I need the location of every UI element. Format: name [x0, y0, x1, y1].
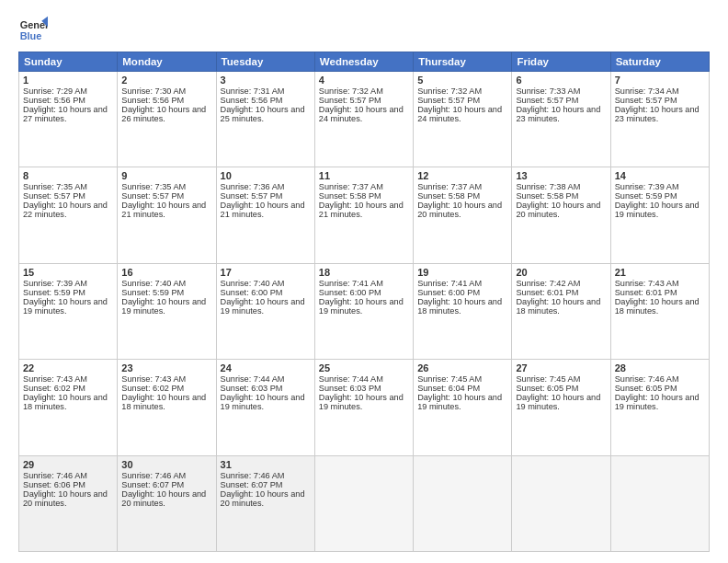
day-number: 30: [121, 459, 211, 470]
week-row-4: 22Sunrise: 7:43 AMSunset: 6:02 PMDayligh…: [19, 360, 710, 455]
calendar-cell: 7Sunrise: 7:34 AMSunset: 5:57 PMDaylight…: [610, 72, 709, 167]
daylight-text: Daylight: 10 hours and 22 minutes.: [23, 201, 108, 219]
daylight-text: Daylight: 10 hours and 19 minutes.: [319, 393, 404, 411]
calendar-cell: 14Sunrise: 7:39 AMSunset: 5:59 PMDayligh…: [610, 167, 709, 263]
calendar-cell: 13Sunrise: 7:38 AMSunset: 5:58 PMDayligh…: [512, 167, 610, 263]
daylight-text: Daylight: 10 hours and 26 minutes.: [121, 105, 206, 123]
page: General Blue SundayMondayTuesdayWednesda…: [0, 0, 728, 563]
calendar-cell: 19Sunrise: 7:41 AMSunset: 6:00 PMDayligh…: [414, 263, 512, 359]
calendar-cell: 26Sunrise: 7:45 AMSunset: 6:04 PMDayligh…: [414, 360, 512, 455]
dow-header-sunday: Sunday: [19, 52, 118, 72]
day-number: 22: [23, 362, 113, 373]
sunrise-text: Sunrise: 7:45 AM: [417, 374, 482, 384]
calendar-cell: [314, 455, 413, 551]
sunset-text: Sunset: 6:00 PM: [221, 288, 283, 297]
day-number: 1: [23, 75, 113, 86]
dow-header-wednesday: Wednesday: [314, 52, 413, 72]
daylight-text: Daylight: 10 hours and 18 minutes.: [516, 297, 600, 316]
calendar-cell: 1Sunrise: 7:29 AMSunset: 5:56 PMDaylight…: [19, 72, 118, 167]
sunset-text: Sunset: 6:02 PM: [121, 384, 184, 393]
calendar-cell: [610, 455, 709, 551]
daylight-text: Daylight: 10 hours and 19 minutes.: [221, 297, 305, 316]
day-number: 11: [319, 170, 409, 181]
day-number: 2: [121, 75, 211, 86]
sunset-text: Sunset: 5:59 PM: [23, 288, 85, 297]
sunrise-text: Sunrise: 7:37 AM: [319, 182, 383, 191]
sunset-text: Sunset: 6:06 PM: [23, 480, 85, 489]
sunset-text: Sunset: 6:02 PM: [23, 384, 85, 393]
week-row-1: 1Sunrise: 7:29 AMSunset: 5:56 PMDaylight…: [19, 72, 710, 167]
sunset-text: Sunset: 5:56 PM: [121, 96, 184, 105]
sunset-text: Sunset: 5:57 PM: [417, 96, 480, 105]
dow-header-tuesday: Tuesday: [216, 52, 314, 72]
sunset-text: Sunset: 5:56 PM: [221, 96, 283, 105]
sunset-text: Sunset: 5:57 PM: [23, 191, 85, 201]
daylight-text: Daylight: 10 hours and 20 minutes.: [23, 489, 108, 508]
calendar-cell: 11Sunrise: 7:37 AMSunset: 5:58 PMDayligh…: [314, 167, 413, 263]
calendar-cell: 31Sunrise: 7:46 AMSunset: 6:07 PMDayligh…: [216, 455, 314, 551]
sunrise-text: Sunrise: 7:40 AM: [221, 279, 285, 288]
sunrise-text: Sunrise: 7:36 AM: [221, 182, 285, 191]
sunrise-text: Sunrise: 7:44 AM: [319, 374, 383, 384]
daylight-text: Daylight: 10 hours and 19 minutes.: [121, 297, 206, 316]
daylight-text: Daylight: 10 hours and 20 minutes.: [221, 489, 305, 508]
sunrise-text: Sunrise: 7:38 AM: [516, 182, 580, 191]
calendar-cell: 16Sunrise: 7:40 AMSunset: 5:59 PMDayligh…: [118, 263, 216, 359]
day-number: 6: [516, 75, 606, 86]
sunset-text: Sunset: 6:07 PM: [221, 480, 283, 489]
calendar-cell: 18Sunrise: 7:41 AMSunset: 6:00 PMDayligh…: [314, 263, 413, 359]
sunrise-text: Sunrise: 7:46 AM: [23, 471, 87, 480]
sunset-text: Sunset: 6:03 PM: [221, 384, 283, 393]
dow-header-monday: Monday: [118, 52, 216, 72]
sunset-text: Sunset: 5:57 PM: [516, 96, 578, 105]
sunset-text: Sunset: 6:05 PM: [516, 384, 578, 393]
sunset-text: Sunset: 5:59 PM: [615, 191, 677, 201]
sunset-text: Sunset: 6:00 PM: [417, 288, 480, 297]
day-number: 8: [23, 170, 113, 181]
sunset-text: Sunset: 5:57 PM: [319, 96, 381, 105]
day-number: 15: [23, 267, 113, 278]
sunset-text: Sunset: 6:05 PM: [615, 384, 677, 393]
svg-text:Blue: Blue: [20, 30, 42, 41]
calendar-cell: [414, 455, 512, 551]
sunset-text: Sunset: 6:03 PM: [319, 384, 381, 393]
sunset-text: Sunset: 5:56 PM: [23, 96, 85, 105]
calendar-cell: 29Sunrise: 7:46 AMSunset: 6:06 PMDayligh…: [19, 455, 118, 551]
day-number: 31: [221, 459, 311, 470]
sunrise-text: Sunrise: 7:41 AM: [319, 279, 383, 288]
calendar-cell: 22Sunrise: 7:43 AMSunset: 6:02 PMDayligh…: [19, 360, 118, 455]
daylight-text: Daylight: 10 hours and 18 minutes.: [417, 297, 502, 316]
sunrise-text: Sunrise: 7:29 AM: [23, 86, 87, 96]
daylight-text: Daylight: 10 hours and 18 minutes.: [23, 393, 108, 411]
sunrise-text: Sunrise: 7:33 AM: [516, 86, 580, 96]
sunrise-text: Sunrise: 7:43 AM: [23, 374, 87, 384]
sunrise-text: Sunrise: 7:30 AM: [121, 86, 186, 96]
sunrise-text: Sunrise: 7:46 AM: [221, 471, 285, 480]
day-number: 28: [615, 362, 705, 373]
week-row-3: 15Sunrise: 7:39 AMSunset: 5:59 PMDayligh…: [19, 263, 710, 359]
sunrise-text: Sunrise: 7:41 AM: [417, 279, 482, 288]
daylight-text: Daylight: 10 hours and 20 minutes.: [417, 201, 502, 219]
day-number: 19: [417, 267, 507, 278]
logo: General Blue: [18, 15, 48, 44]
sunrise-text: Sunrise: 7:39 AM: [615, 182, 679, 191]
day-number: 21: [615, 267, 705, 278]
sunrise-text: Sunrise: 7:34 AM: [615, 86, 679, 96]
calendar-cell: 17Sunrise: 7:40 AMSunset: 6:00 PMDayligh…: [216, 263, 314, 359]
calendar-cell: 25Sunrise: 7:44 AMSunset: 6:03 PMDayligh…: [314, 360, 413, 455]
daylight-text: Daylight: 10 hours and 19 minutes.: [615, 201, 700, 219]
calendar-cell: 20Sunrise: 7:42 AMSunset: 6:01 PMDayligh…: [512, 263, 610, 359]
daylight-text: Daylight: 10 hours and 19 minutes.: [615, 393, 700, 411]
daylight-text: Daylight: 10 hours and 25 minutes.: [221, 105, 305, 123]
day-number: 7: [615, 75, 705, 86]
sunset-text: Sunset: 6:01 PM: [516, 288, 578, 297]
sunrise-text: Sunrise: 7:31 AM: [221, 86, 285, 96]
day-number: 9: [121, 170, 211, 181]
day-number: 4: [319, 75, 409, 86]
calendar-cell: 30Sunrise: 7:46 AMSunset: 6:07 PMDayligh…: [118, 455, 216, 551]
day-number: 5: [417, 75, 507, 86]
sunset-text: Sunset: 6:00 PM: [319, 288, 381, 297]
daylight-text: Daylight: 10 hours and 19 minutes.: [23, 297, 108, 316]
calendar-cell: 4Sunrise: 7:32 AMSunset: 5:57 PMDaylight…: [314, 72, 413, 167]
day-number: 10: [221, 170, 311, 181]
